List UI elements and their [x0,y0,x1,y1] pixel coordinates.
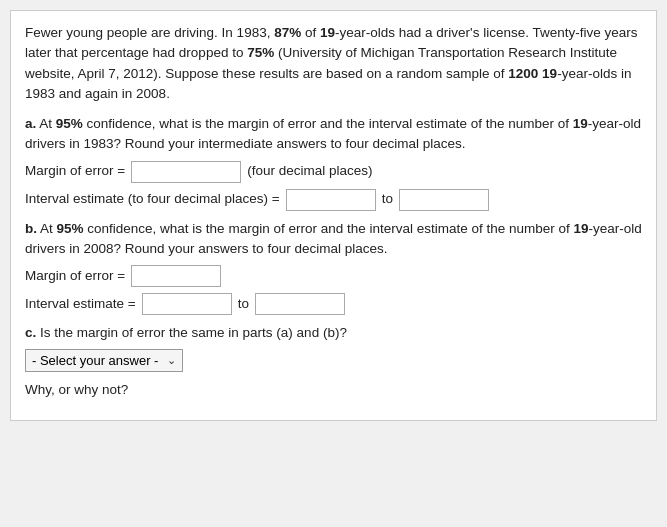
interval-a-label: Interval estimate (to four decimal place… [25,189,280,209]
question-a-label: a. At 95% confidence, what is the margin… [25,114,642,155]
answer-select[interactable]: - Select your answer - Yes No [32,353,163,368]
margin-error-b-label: Margin of error = [25,266,125,286]
margin-error-a-label: Margin of error = [25,161,125,181]
conf-95-b: 95% [57,221,84,236]
interval-b-row: Interval estimate = to [25,293,642,315]
margin-error-a-hint: (four decimal places) [247,161,372,181]
interval-b-from-input[interactable] [142,293,232,315]
age-19-b: 19 [574,221,589,236]
margin-error-b-input[interactable] [131,265,221,287]
interval-a-from-input[interactable] [286,189,376,211]
margin-error-a-input[interactable] [131,161,241,183]
pct-87: 87% [274,25,301,40]
question-a-bold: a. [25,116,36,131]
margin-error-a-row: Margin of error = (four decimal places) [25,161,642,183]
interval-b-to-input[interactable] [255,293,345,315]
section-b: b. At 95% confidence, what is the margin… [25,219,642,316]
interval-b-label: Interval estimate = [25,294,136,314]
margin-error-b-row: Margin of error = [25,265,642,287]
question-c-label: c. Is the margin of error the same in pa… [25,323,642,343]
age-19-2: 19 [542,66,557,81]
interval-a-to-label: to [382,189,393,209]
question-b-bold: b. [25,221,37,236]
age-19-1: 19 [320,25,335,40]
intro-paragraph: Fewer young people are driving. In 1983,… [25,23,642,104]
sample-1200: 1200 [508,66,538,81]
why-text: Why, or why not? [25,380,642,400]
interval-a-to-input[interactable] [399,189,489,211]
age-19-a: 19 [573,116,588,131]
interval-a-row: Interval estimate (to four decimal place… [25,189,642,211]
interval-b-to-label: to [238,294,249,314]
pct-75: 75% [247,45,274,60]
chevron-down-icon: ⌄ [167,352,176,369]
conf-95-a: 95% [56,116,83,131]
answer-select-wrapper[interactable]: - Select your answer - Yes No ⌄ [25,349,183,372]
question-c-bold: c. [25,325,36,340]
question-b-label: b. At 95% confidence, what is the margin… [25,219,642,260]
section-c: c. Is the margin of error the same in pa… [25,323,642,400]
main-container: Fewer young people are driving. In 1983,… [10,10,657,421]
section-a: a. At 95% confidence, what is the margin… [25,114,642,211]
